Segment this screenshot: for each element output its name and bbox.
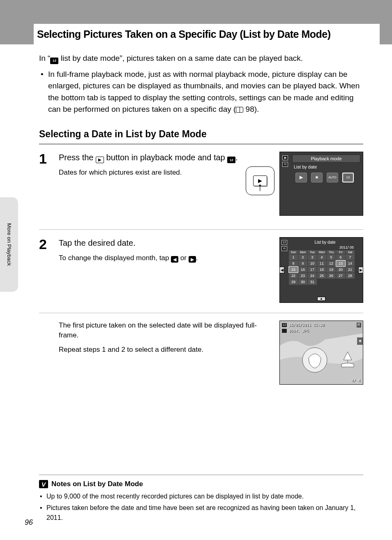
check-icon: V (39, 480, 48, 488)
notes-heading: V Notes on List by Date Mode (39, 480, 363, 488)
screen-sublabel: List by date (291, 163, 363, 170)
cal-day-cell: 31 (308, 279, 317, 285)
cal-day-cell: 10 (308, 261, 317, 266)
notes-bullet-2: Pictures taken before the date and time … (39, 503, 363, 523)
step1-line-a: Press the (59, 153, 96, 162)
cal-day-cell: 9 (298, 261, 307, 266)
cal-next-month: ▶ (358, 267, 363, 273)
cal-day-cell: 1 (289, 254, 298, 260)
cal-day-header: Tue (308, 250, 317, 254)
cal-day-cell: 8 (289, 261, 298, 266)
step-2b-text: The first picture taken on the selected … (59, 321, 274, 385)
divider (39, 313, 363, 313)
step2-sub-a: To change the displayed month, tap (59, 254, 171, 262)
playback-mode-screen: ▶ ⟲ Playback mode List by date ▶ ★ AUTO … (279, 152, 363, 216)
step2-sub-b: or (178, 254, 189, 262)
step-2-row: 2 Tap the desired date. To change the di… (39, 237, 363, 307)
title-band: Selecting Pictures Taken on a Specific D… (34, 24, 380, 44)
cal-day-cell: 11 (317, 261, 326, 266)
cal-day-cell: 25 (317, 273, 326, 279)
cal-day-cell: 7 (346, 254, 355, 260)
cal-day-cell: 27 (336, 273, 345, 279)
step-1-text: Press the ▶ button in playback mode and … (59, 152, 240, 220)
photo-counter: 4/ 4 (351, 378, 360, 383)
cal-day-empty (317, 279, 326, 285)
step2-illustration: 12 ⟲ ◀ ▶ List by date 2011/ 05 SunMonTue… (279, 237, 363, 305)
step2-line: Tap the desired date. (59, 238, 136, 247)
step1-line-c: . (235, 153, 238, 162)
mode-auto-icon: AUTO (327, 173, 338, 182)
left-arrow-icon: ◀ (171, 256, 178, 263)
cal-day-cell: 18 (317, 267, 326, 272)
cal-day-cell: 16 (298, 267, 307, 272)
cal-prev-month: ◀ (279, 267, 284, 273)
notes-head-text: Notes on List by Date Mode (51, 480, 143, 488)
screen-title: Playback mode (292, 155, 360, 163)
calendar-grid: SunMonTueWedThuFriSat1234567891011121314… (289, 250, 355, 285)
cal-day-header: Sun (289, 250, 298, 254)
page-number: 96 (25, 518, 33, 527)
cal-day-cell: 23 (298, 273, 307, 279)
cal-day-cell: 4 (317, 254, 326, 260)
notes-bullet-1: Up to 9,000 of the most recently recorde… (39, 492, 363, 501)
cal-day-cell: 2 (298, 254, 307, 260)
cal-day-cell: 21 (346, 267, 355, 272)
step2b-sub1: The first picture taken on the selected … (59, 321, 274, 341)
step-1-row: 1 Press the ▶ button in playback mode an… (39, 152, 363, 230)
calendar-icon: 12 (50, 58, 58, 64)
right-arrow-icon: ▶ (189, 256, 196, 263)
cal-day-cell: 19 (327, 267, 336, 272)
photo-playback-screen: 12 15/05/2011 15:30 M ⟲ 0004. JPG ★ 4/ 4 (279, 321, 363, 385)
intro-paragraph: In “12 list by date mode”, pictures take… (39, 53, 363, 65)
intro-suffix: list by date mode”, pictures taken on a … (58, 54, 303, 62)
page-title: Selecting Pictures Taken on a Specific D… (37, 28, 331, 40)
cal-day-cell: 5 (327, 254, 336, 260)
step2b-sub2: Repeat steps 1 and 2 to select a differe… (59, 345, 274, 355)
cal-day-empty (327, 279, 336, 285)
step-1-number: 1 (39, 152, 53, 220)
cal-day-cell: 3 (308, 254, 317, 260)
step-2-number: 2 (39, 237, 53, 305)
mode-listbydate-icon: 12 (342, 173, 354, 182)
cal-day-cell: 24 (308, 273, 317, 279)
calendar-icon: 12 (227, 157, 235, 163)
book-icon (236, 107, 243, 113)
cal-day-cell: 15 (289, 267, 298, 272)
cal-day-header: Mon (298, 250, 307, 254)
cal-day-cell: 22 (289, 273, 298, 279)
back-mini-icon: ⟲ (281, 328, 287, 333)
photo-filename: 0004. JPG (289, 329, 309, 333)
intro-bullet: In full-frame playback mode, just as wit… (39, 69, 363, 115)
subheading: Selecting a Date in List by Date Mode (39, 129, 363, 144)
cal-day-cell: 14 (346, 261, 355, 266)
mode-playback-icon: ▶ (295, 173, 307, 182)
cal-day-cell: 17 (308, 267, 317, 272)
cal-day-header: Thu (327, 250, 336, 254)
photo-overlay-top: 12 15/05/2011 15:30 M (281, 323, 361, 328)
intro-prefix: In “ (39, 54, 50, 62)
cal-day-cell: 28 (346, 273, 355, 279)
up-arrow-icon: ↑ (257, 181, 263, 193)
section-side-tab: More on Playback (0, 197, 18, 292)
cal-foot-up-icon: ▲ (317, 297, 325, 301)
cal-day-cell: 12 (327, 261, 336, 266)
mode-favorite-icon: ★ (311, 173, 323, 182)
cal-day-header: Sat (346, 250, 355, 254)
cal-mini-icon: 12 (281, 323, 287, 328)
back-mini-icon: ⟲ (282, 162, 288, 167)
bullet1-text-b: 98). (243, 105, 259, 113)
favorite-tab-icon: ★ (357, 337, 363, 345)
step2-sub: To change the displayed month, tap ◀ or … (59, 253, 274, 263)
mode-icons-row: ▶ ★ AUTO 12 (295, 173, 363, 182)
play-mini-icon: ▶ (282, 155, 288, 160)
cal-day-cell: 30 (298, 279, 307, 285)
step-2b-row: The first picture taken on the selected … (39, 321, 363, 394)
side-tab-label: More on Playback (6, 223, 12, 266)
step2b-illustration: 12 15/05/2011 15:30 M ⟲ 0004. JPG ★ 4/ 4 (279, 321, 363, 385)
cal-day-cell: 29 (289, 279, 298, 285)
content-area: In “12 list by date mode”, pictures take… (0, 44, 392, 394)
step1-line-b: button in playback mode and tap (104, 153, 227, 162)
step2-sub-c: . (196, 254, 198, 262)
cal-year-month: 2011/ 05 (289, 245, 361, 249)
cal-day-cell: 20 (336, 267, 345, 272)
